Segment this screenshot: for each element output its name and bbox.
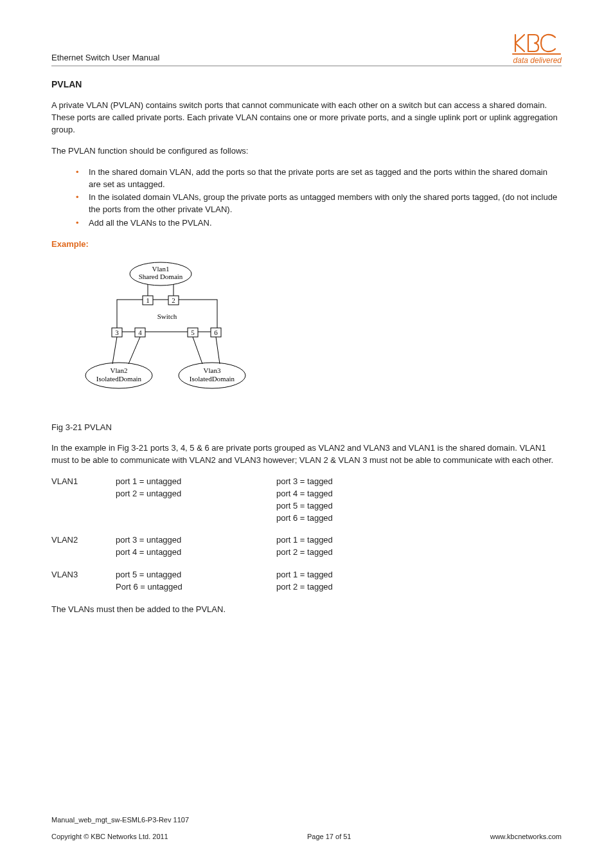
paragraph: A private VLAN (PVLAN) contains switch p… [51, 100, 562, 136]
vlan-config-table: VLAN1 port 1 = untagged port 2 = untagge… [51, 476, 562, 593]
svg-text:1: 1 [146, 296, 150, 304]
vlan-name: VLAN3 [51, 569, 116, 593]
logo-block: data delivered [511, 32, 562, 64]
svg-text:4: 4 [138, 329, 142, 336]
pvlan-diagram: Vlan1 Shared Domain 1 2 Switch 3 4 5 6 V… [77, 260, 562, 405]
vlan-untagged-col: port 1 = untagged port 2 = untagged [116, 476, 276, 524]
svg-text:Vlan3: Vlan3 [204, 366, 221, 374]
vlan-tagged-col: port 1 = tagged port 2 = tagged [276, 534, 437, 559]
vlan-name: VLAN2 [51, 534, 116, 559]
svg-text:IsolatedDomain: IsolatedDomain [96, 375, 142, 383]
svg-text:Shared Domain: Shared Domain [139, 273, 183, 280]
svg-line-23 [216, 337, 220, 364]
vlan-tagged-col: port 3 = tagged port 4 = tagged port 5 =… [276, 476, 437, 524]
paragraph: In the example in Fig 3-21 ports 3, 4, 5… [51, 442, 562, 467]
vlan-row: VLAN3 port 5 = untagged Port 6 = untagge… [51, 569, 562, 593]
page-header: Ethernet Switch User Manual data deliver… [51, 32, 562, 66]
paragraph: The PVLAN function should be configured … [51, 145, 562, 158]
svg-text:Switch: Switch [157, 312, 177, 320]
kbc-logo-icon [511, 32, 562, 55]
vlan-row: VLAN1 port 1 = untagged port 2 = untagge… [51, 476, 562, 524]
logo-tagline: data delivered [511, 57, 562, 64]
svg-text:6: 6 [214, 329, 218, 336]
bullet-item: Add all the VLANs to the PVLAN. [89, 217, 562, 230]
vlan-row: VLAN2 port 3 = untagged port 4 = untagge… [51, 534, 562, 559]
svg-text:Vlan1: Vlan1 [152, 265, 170, 273]
vlan-tagged-col: port 1 = tagged port 2 = tagged [276, 569, 437, 593]
bullet-item: In the shared domain VLAN, add the ports… [89, 167, 562, 191]
svg-text:3: 3 [115, 329, 119, 336]
vlan-untagged-col: port 3 = untagged port 4 = untagged [116, 534, 276, 559]
doc-title: Ethernet Switch User Manual [51, 52, 159, 64]
bullet-list: In the shared domain VLAN, add the ports… [51, 167, 562, 230]
paragraph: The VLANs must then be added to the PVLA… [51, 604, 562, 616]
figure-caption: Fig 3-21 PVLAN [51, 422, 562, 434]
svg-text:Vlan2: Vlan2 [111, 366, 128, 374]
svg-text:IsolatedDomain: IsolatedDomain [190, 375, 235, 383]
svg-line-22 [193, 337, 202, 364]
svg-line-20 [112, 337, 117, 364]
svg-line-21 [129, 337, 140, 364]
svg-text:5: 5 [191, 329, 195, 336]
section-heading: PVLAN [51, 78, 562, 91]
example-label: Example: [51, 239, 562, 251]
svg-text:2: 2 [172, 296, 175, 304]
bullet-item: In the isolated domain VLANs, group the … [89, 192, 562, 216]
vlan-name: VLAN1 [51, 476, 116, 524]
vlan-untagged-col: port 5 = untagged Port 6 = untagged [116, 569, 276, 593]
